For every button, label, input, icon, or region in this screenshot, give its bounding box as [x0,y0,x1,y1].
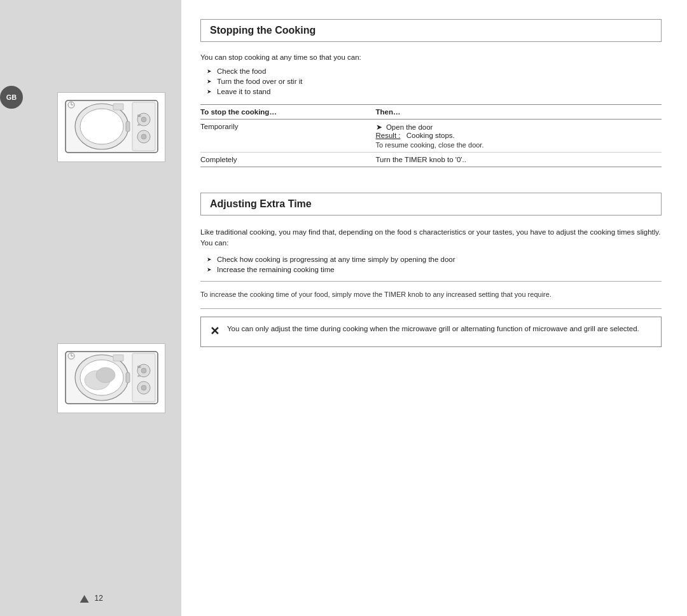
section-divider-2 [200,308,662,309]
svg-rect-20 [132,353,155,402]
bullet-text: Check the food [217,67,266,75]
table-cell-action: Completely [200,153,376,167]
bullet-item: Check how cooking is progressing at any … [207,256,662,263]
warning-text: You can only adjust the time during cook… [227,324,639,334]
page-number: 12 [78,593,103,605]
resume-text: To resume cooking, close the door. [376,141,657,149]
svg-rect-11 [126,121,130,132]
page-number-text: 12 [94,594,102,603]
svg-rect-14 [113,104,123,110]
svg-point-19 [96,367,115,383]
warning-icon: ✕ [210,323,219,340]
svg-point-7 [141,134,146,139]
section-divider [200,281,662,282]
bullet-text: Check how cooking is progressing at any … [217,256,455,263]
bullet-item: Check the food [207,67,662,75]
gb-label: GB [6,93,17,101]
svg-text:20: 20 [137,123,141,127]
section2-header: Adjusting Extra Time [200,193,662,216]
section1: Stopping the Cooking You can stop cookin… [200,19,662,167]
svg-marker-32 [80,595,88,603]
top-microwave-image: 60 20 [57,92,165,162]
bottom-microwave-image: 60 20 [57,343,165,413]
table-header-then: Then… [376,105,662,120]
page-wrapper: GB [0,0,687,616]
svg-text:60: 60 [137,365,141,369]
then-open-door: ➤ Open the door [376,123,657,132]
cooking-table: To stop the cooking… Then… Temporarily ➤… [200,104,662,167]
table-row: Temporarily ➤ Open the door Result : Coo… [200,120,662,153]
table-row: Completely Turn the TIMER knob to '0'.. [200,153,662,167]
bullet-item: Leave it to stand [207,88,662,95]
bullet-text: Increase the remaining cooking time [217,266,335,273]
section1-bullets: Check the food Turn the food over or sti… [207,67,662,95]
microwave-diagram-bottom: 60 20 [62,348,161,409]
section2: Adjusting Extra Time Like traditional co… [200,193,662,347]
svg-rect-3 [132,102,155,151]
section1-title: Stopping the Cooking [210,25,316,36]
bullet-item: Turn the food over or stir it [207,78,662,85]
table-cell-then: ➤ Open the door Result : Cooking stops. … [376,120,662,153]
table-cell-action: Temporarily [200,120,376,153]
svg-point-22 [141,368,146,373]
result-value: Cooking stops. [405,132,455,139]
section1-header: Stopping the Cooking [200,19,662,42]
microwave-diagram-top: 60 20 [62,97,161,158]
bullet-text: Leave it to stand [217,88,270,95]
gb-badge: GB [0,86,23,109]
svg-rect-31 [113,355,123,361]
svg-point-24 [141,385,146,390]
svg-point-5 [141,117,146,122]
table-header-action: To stop the cooking… [200,105,376,120]
svg-text:20: 20 [137,374,141,378]
svg-point-2 [80,109,123,144]
bullet-text: Turn the food over or stir it [217,78,302,85]
page-triangle-icon [78,593,90,605]
table-cell-then: Turn the TIMER knob to '0'.. [376,153,662,167]
svg-rect-28 [126,373,130,383]
section1-intro: You can stop cooking at any time so that… [200,53,662,61]
section2-bullets: Check how cooking is progressing at any … [207,256,662,273]
warning-box: ✕ You can only adjust the time during co… [200,317,662,347]
section2-title: Adjusting Extra Time [210,198,312,209]
then-result: Result : Cooking stops. [376,132,657,139]
section2-intro: Like traditional cooking, you may find t… [200,227,662,249]
main-content: Stopping the Cooking You can stop cookin… [181,0,687,616]
increase-note: To increase the cooking time of your foo… [200,289,662,300]
bullet-item: Increase the remaining cooking time [207,266,662,273]
svg-text:60: 60 [137,114,141,118]
sidebar: GB [0,0,181,616]
result-label: Result : [376,132,401,139]
